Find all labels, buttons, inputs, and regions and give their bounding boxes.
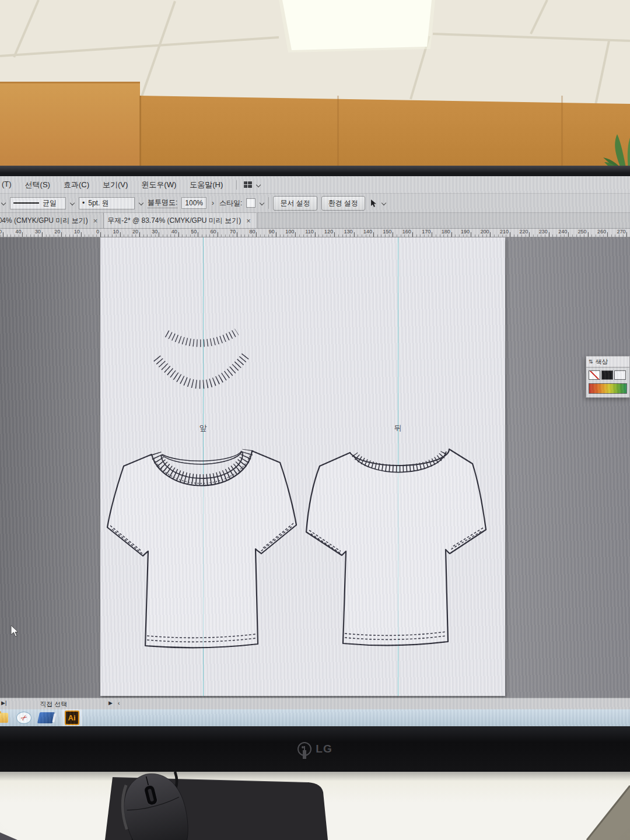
workspace-switcher-icon[interactable] xyxy=(244,181,253,188)
windows-taskbar: Ai xyxy=(0,709,630,726)
lg-logo-icon xyxy=(298,742,312,756)
document-tab-bar: 01.04% (CMYK/GPU 미리 보기) × 무제-2* @ 83.74%… xyxy=(0,213,630,229)
stroke-style-label: 균일 xyxy=(43,198,57,208)
brush-label: 5pt. 원 xyxy=(88,198,108,208)
illustrator-icon[interactable]: Ai xyxy=(65,710,79,725)
color-panel-body xyxy=(586,368,630,398)
ruler-label: 50 xyxy=(0,229,3,235)
monitor-bezel-top xyxy=(0,166,630,176)
current-tool-name: 직접 선택 xyxy=(40,700,67,709)
desk-items xyxy=(0,772,630,840)
menu-item-2[interactable]: 효과(C) xyxy=(64,180,89,190)
preferences-button[interactable]: 환경 설정 xyxy=(321,196,365,211)
menu-separator xyxy=(236,180,237,190)
chevron-down-icon[interactable] xyxy=(1,201,6,205)
desk xyxy=(0,772,630,840)
ruler-label: 40 xyxy=(15,229,22,235)
document-tab-2[interactable]: 무제-2* @ 83.74% (CMYK/GPU 미리 보기) × xyxy=(104,213,257,228)
white-color-swatch[interactable] xyxy=(614,370,626,380)
ruler-label: 30 xyxy=(35,229,42,235)
color-panel-header[interactable]: ⇅ 색상 xyxy=(586,356,630,368)
panel-collapse-icon[interactable]: ⇅ xyxy=(589,359,593,365)
ruler-label: 190 xyxy=(461,229,471,235)
ruler-major-ticks xyxy=(0,232,630,237)
ruler-label: 180 xyxy=(442,229,452,235)
ruler-label: 30 xyxy=(152,229,159,235)
collar-detail-arc-top xyxy=(167,332,237,343)
horizontal-ruler[interactable]: 5040302010010203040506070809010011012013… xyxy=(0,229,630,237)
opacity-input[interactable]: 100% xyxy=(181,197,206,209)
status-next-icon[interactable]: ▶ xyxy=(108,700,113,706)
tool-cursor-icon[interactable] xyxy=(369,199,377,208)
control-bar: 균일 • 5pt. 원 불투명도: 100% › 스타일: 문서 설정 환경 설… xyxy=(0,194,630,213)
menu-item-3[interactable]: 보기(V) xyxy=(103,180,128,190)
ruler-label: 60 xyxy=(211,229,218,235)
tab-close-icon[interactable]: × xyxy=(246,217,251,225)
menu-item-0[interactable]: (T) xyxy=(2,180,12,190)
collar-detail-arc-bottom xyxy=(157,356,246,384)
separator xyxy=(268,197,269,209)
mouse-cursor-arrow xyxy=(10,625,20,638)
chevron-down-icon[interactable] xyxy=(70,201,75,205)
folder-icon[interactable] xyxy=(0,713,8,723)
ruler-label: 220 xyxy=(519,229,529,235)
partition-wall xyxy=(0,79,630,178)
color-spectrum-bar[interactable] xyxy=(589,383,627,394)
notebook-icon[interactable] xyxy=(37,712,55,723)
style-label: 스타일: xyxy=(219,198,242,208)
ruler-label: 250 xyxy=(578,229,588,235)
partition-panel-left xyxy=(0,82,140,178)
ruler-label: 70 xyxy=(230,229,237,235)
brush-dot-icon: • xyxy=(82,199,85,207)
ruler-label: 20 xyxy=(132,229,139,235)
menu-item-4[interactable]: 윈도우(W) xyxy=(141,180,176,190)
ruler-label: 210 xyxy=(500,229,510,235)
illustrator-window: (T)선택(S)효과(C)보기(V)윈도우(W)도움말(H) 균일 • 5pt.… xyxy=(0,176,630,726)
menu-item-5[interactable]: 도움말(H) xyxy=(190,180,223,190)
status-edge-icon[interactable]: ▶| xyxy=(1,700,6,706)
document-tab-1[interactable]: 01.04% (CMYK/GPU 미리 보기) × xyxy=(0,213,104,228)
chevron-down-icon[interactable] xyxy=(139,201,144,205)
ruler-label: 230 xyxy=(539,229,549,235)
ruler-label: 50 xyxy=(191,229,198,235)
snipping-tool-icon[interactable] xyxy=(16,712,32,724)
black-color-swatch[interactable] xyxy=(601,370,613,380)
menu-items: (T)선택(S)효과(C)보기(V)윈도우(W)도움말(H) xyxy=(2,180,236,190)
stroke-style-dropdown[interactable]: 균일 xyxy=(10,197,66,209)
tab-close-icon[interactable]: × xyxy=(93,217,98,225)
ruler-label: 110 xyxy=(305,229,314,235)
photo-of-monitor: (T)선택(S)효과(C)보기(V)윈도우(W)도움말(H) 균일 • 5pt.… xyxy=(0,0,630,840)
tshirt-front xyxy=(107,450,296,648)
ruler-label: 100 xyxy=(285,229,295,235)
style-swatch[interactable] xyxy=(246,198,256,208)
tab-label: 무제-2* @ 83.74% (CMYK/GPU 미리 보기) xyxy=(107,216,241,226)
brush-dropdown[interactable]: • 5pt. 원 xyxy=(79,197,135,209)
chevron-down-icon[interactable] xyxy=(382,201,386,205)
document-setup-button[interactable]: 문서 설정 xyxy=(273,196,317,211)
chevron-down-icon[interactable] xyxy=(260,201,264,205)
opacity-more-button[interactable]: › xyxy=(211,199,215,207)
ruler-label: 150 xyxy=(383,229,393,235)
ruler-label: 120 xyxy=(324,229,334,235)
ruler-label: 200 xyxy=(480,229,490,235)
tab-label: 01.04% (CMYK/GPU 미리 보기) xyxy=(0,216,88,226)
ruler-label: 90 xyxy=(269,229,276,235)
lg-logo-text: LG xyxy=(316,743,332,755)
ruler-label: 240 xyxy=(558,229,568,235)
ruler-label: 260 xyxy=(597,229,607,235)
ruler-label: 170 xyxy=(422,229,432,235)
status-bar: ▶| 직접 선택 ▶ ‹ xyxy=(0,698,630,709)
ruler-label: 160 xyxy=(402,229,412,235)
monitor-bezel-bottom: LG xyxy=(0,726,630,772)
none-color-swatch[interactable] xyxy=(589,370,600,380)
canvas[interactable]: 앞 뒤 ⇅ 색상 xyxy=(0,237,630,698)
illustrator-glyph: Ai xyxy=(68,713,76,722)
opacity-label[interactable]: 불투명도: xyxy=(148,198,177,208)
chevron-down-icon[interactable] xyxy=(256,183,261,187)
status-prev-icon[interactable]: ‹ xyxy=(118,700,120,706)
back-view-label: 뒤 xyxy=(394,423,402,433)
ruler-label: 10 xyxy=(113,229,120,235)
menu-item-1[interactable]: 선택(S) xyxy=(25,180,50,190)
ruler-label: 10 xyxy=(74,229,81,235)
ruler-label: 40 xyxy=(172,229,178,235)
